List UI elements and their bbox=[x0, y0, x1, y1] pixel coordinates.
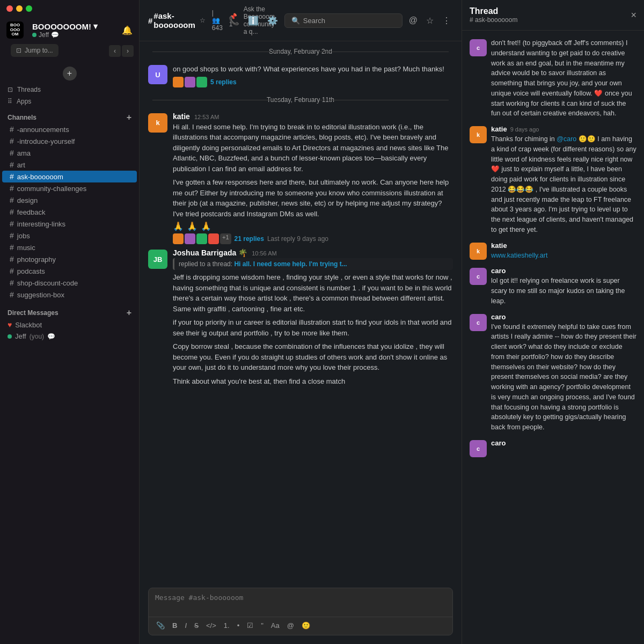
channel-item-ask-boooooom[interactable]: # ask-boooooom bbox=[2, 171, 137, 182]
notifications-bell-icon[interactable]: 🔔 bbox=[122, 25, 133, 35]
emoji-button[interactable]: 🙂 bbox=[298, 619, 313, 632]
message-input-box: 📎 B I S̶ </> 1. • ☑ " Aa @ 🙂 bbox=[148, 588, 453, 635]
add-channel-button[interactable]: + bbox=[127, 113, 131, 122]
channel-item-interesting-links[interactable]: # interesting-links bbox=[2, 218, 137, 230]
replies-link[interactable]: 5 replies bbox=[210, 78, 237, 86]
hash-icon: # bbox=[10, 255, 14, 264]
forward-arrow-button[interactable]: › bbox=[122, 45, 134, 57]
input-toolbar: 📎 B I S̶ </> 1. • ☑ " Aa @ 🙂 bbox=[149, 617, 452, 635]
avatar: k bbox=[470, 126, 487, 143]
portfolio-link[interactable]: www.katieshelly.art bbox=[491, 252, 547, 259]
author-name: caro bbox=[491, 313, 506, 321]
dm-section-label: Direct Messages + bbox=[0, 304, 139, 319]
thread-panel: Thread # ask-boooooom × c don't fret!! (… bbox=[462, 0, 644, 644]
replies-link[interactable]: 21 replies bbox=[235, 235, 264, 243]
checklist-button[interactable]: ☑ bbox=[244, 619, 257, 632]
thread-message-content: katie www.katieshelly.art bbox=[491, 241, 636, 261]
message-text: Hi all. I need some help. I'm trying to … bbox=[173, 122, 453, 174]
reactions-row: 🙏 🙏 🙏 bbox=[173, 221, 453, 231]
channel-item-jobs[interactable]: # jobs bbox=[2, 230, 137, 241]
channel-item-design[interactable]: # design bbox=[2, 194, 137, 206]
bullet-list-button[interactable]: • bbox=[234, 619, 243, 632]
compose-button[interactable]: + bbox=[63, 67, 77, 80]
channel-item-feedback[interactable]: # feedback bbox=[2, 206, 137, 218]
bold-button[interactable]: B bbox=[169, 619, 180, 632]
hash-icon: # bbox=[10, 219, 14, 228]
avatar: c bbox=[470, 268, 487, 285]
strikethrough-button[interactable]: S̶ bbox=[191, 619, 202, 632]
avatar: c bbox=[470, 314, 487, 331]
fullscreen-traffic-light[interactable] bbox=[26, 5, 32, 12]
reply-avatar bbox=[173, 77, 184, 87]
message-text: Jeff is dropping some wisdom here , find… bbox=[173, 272, 453, 314]
more-options-icon[interactable]: ⋮ bbox=[440, 13, 453, 28]
message-input[interactable] bbox=[149, 588, 452, 615]
bookmark-icon[interactable]: ☆ bbox=[424, 13, 436, 28]
workspace-name-label[interactable]: BOOOOOOOM! ▾ bbox=[32, 21, 98, 31]
message-time: 12:53 AM bbox=[194, 114, 219, 120]
channel-item-shop-discount-code[interactable]: # shop-discount-code bbox=[2, 277, 137, 289]
list-item: k katie www.katieshelly.art bbox=[462, 238, 644, 264]
hash-icon: # bbox=[10, 267, 14, 275]
channel-item-photography[interactable]: # photography bbox=[2, 253, 137, 265]
numbered-list-button[interactable]: 1. bbox=[221, 619, 233, 632]
apps-label: Apps bbox=[17, 98, 31, 105]
dm-slackbot[interactable]: ♥ Slackbot bbox=[0, 319, 139, 331]
attachment-button[interactable]: 📎 bbox=[153, 619, 168, 632]
reaction[interactable]: 🙏 bbox=[173, 221, 184, 231]
sidebar-item-apps[interactable]: ⠿ Apps bbox=[0, 96, 139, 107]
star-icon[interactable]: ☆ bbox=[200, 17, 206, 24]
info-icon[interactable]: ℹ️ bbox=[246, 13, 261, 28]
quote-button[interactable]: " bbox=[258, 619, 267, 632]
phone-icon[interactable]: 📞 bbox=[226, 13, 241, 28]
message-time: 10:56 AM bbox=[252, 250, 276, 257]
thread-message-header: caro bbox=[491, 313, 636, 321]
last-reply-meta: Last reply 9 days ago bbox=[267, 235, 328, 243]
dm-jeff[interactable]: Jeff (you) 💬 bbox=[0, 331, 139, 342]
traffic-lights bbox=[0, 0, 139, 17]
channel-item-ama[interactable]: # ama bbox=[2, 147, 137, 159]
thread-message-text: don't fret!! (to piggyback off Jeff's co… bbox=[491, 38, 636, 119]
reaction[interactable]: 🙏 bbox=[187, 221, 197, 231]
thread-message-header: katie bbox=[491, 241, 636, 250]
settings-icon[interactable]: ⚙️ bbox=[265, 13, 280, 28]
speech-bubble-icon: 💬 bbox=[47, 333, 55, 340]
reply-avatars: +1 bbox=[173, 233, 231, 244]
thread-message-text: I've found it extremely helpful to take … bbox=[491, 322, 636, 433]
reaction[interactable]: 🙏 bbox=[201, 221, 211, 231]
italic-button[interactable]: I bbox=[181, 619, 190, 632]
reply-preview-link[interactable]: Hi all. I need some help. I'm trying t..… bbox=[234, 260, 347, 268]
thread-message-text: lol got it!! relying on freelance work i… bbox=[491, 276, 636, 306]
hash-icon: # bbox=[10, 172, 14, 181]
reply-avatar bbox=[173, 233, 184, 244]
list-item: k katie 9 days ago Thanks for chiming in… bbox=[462, 122, 644, 238]
minimize-traffic-light[interactable] bbox=[16, 5, 23, 12]
back-arrow-button[interactable]: ‹ bbox=[109, 45, 121, 57]
channel-item-art[interactable]: # art bbox=[2, 159, 137, 171]
jump-to-button[interactable]: ⊡ Jump to... bbox=[11, 44, 58, 57]
close-traffic-light[interactable] bbox=[6, 5, 13, 12]
reply-avatar bbox=[196, 77, 207, 87]
apps-icon: ⠿ bbox=[8, 98, 12, 105]
text-format-button[interactable]: Aa bbox=[268, 619, 283, 632]
list-item: c caro bbox=[462, 436, 644, 460]
channel-item-suggestion-box[interactable]: # suggestion-box bbox=[2, 289, 137, 301]
add-dm-button[interactable]: + bbox=[127, 308, 131, 318]
channel-item-podcasts[interactable]: # podcasts bbox=[2, 265, 137, 277]
workspace-name-row[interactable]: BOOOOOOM BOOOOOOOM! ▾ Jeff 💬 bbox=[6, 21, 122, 39]
messages-area: Sunday, February 2nd U on good shops to … bbox=[140, 41, 462, 583]
reply-avatar bbox=[185, 77, 195, 87]
hash-icon: # bbox=[10, 208, 14, 216]
channel-item-introduce-yourself[interactable]: # -introduce-yourself bbox=[2, 135, 137, 147]
thread-close-button[interactable]: × bbox=[631, 10, 636, 21]
code-button[interactable]: </> bbox=[203, 619, 219, 632]
mention-button[interactable]: @ bbox=[284, 619, 297, 632]
nav-arrows: ‹ › bbox=[109, 45, 134, 57]
channel-item-music[interactable]: # music bbox=[2, 241, 137, 253]
channel-item-announcements[interactable]: # -announcements bbox=[2, 123, 137, 135]
mention-icon[interactable]: @ bbox=[407, 13, 420, 27]
search-bar[interactable]: 🔍 Search bbox=[284, 13, 402, 28]
channel-item-community-challenges[interactable]: # community-challenges bbox=[2, 182, 137, 194]
author-name: katie bbox=[491, 241, 507, 250]
sidebar-item-threads[interactable]: ⊡ Threads bbox=[0, 84, 139, 96]
